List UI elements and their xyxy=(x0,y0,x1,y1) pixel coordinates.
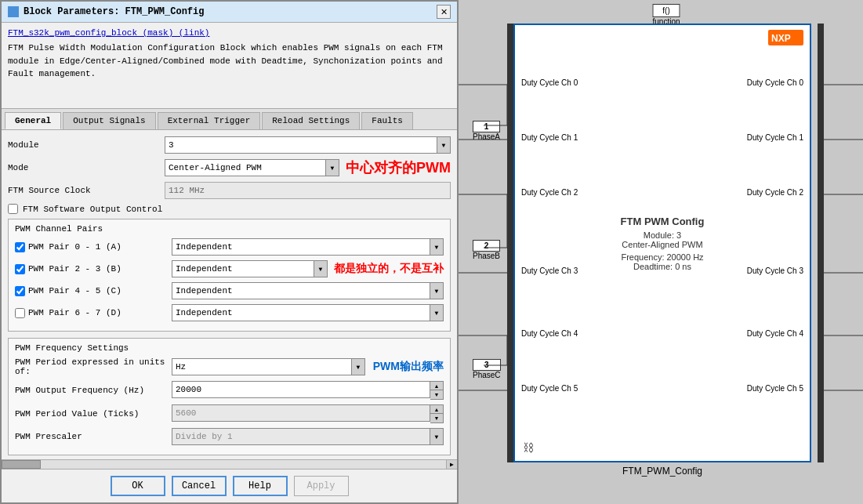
software-output-row: FTM Software Output Control xyxy=(8,204,451,214)
pair45-select-wrapper: Independent ▼ xyxy=(172,282,444,299)
description-text: FTM Pulse Width Modulation Configuration… xyxy=(8,42,451,81)
pair01-select-arrow[interactable]: ▼ xyxy=(430,238,444,256)
pair45-checkbox[interactable] xyxy=(15,286,25,296)
mode-annotation: 中心对齐的PWM xyxy=(346,158,451,177)
pair23-label: PWM Pair 2 - 3 (B) xyxy=(28,264,121,274)
period-units-row: PWM Period expressed in units of: Hz ▼ P… xyxy=(15,357,444,376)
output-freq-label: PWM Output Frequency (Hz) xyxy=(15,386,172,395)
tab-output-signals[interactable]: Output Signals xyxy=(63,112,155,129)
phase-c-block: 3 PhaseC xyxy=(473,359,501,379)
output-freq-down[interactable]: ▼ xyxy=(430,390,443,399)
out-port-2-label: Duty Cycle Ch 2 xyxy=(747,188,803,197)
mode-row: Mode Center-Aligned PWM ▼ 中心对齐的PWM xyxy=(8,158,451,177)
output-freq-input[interactable] xyxy=(172,381,430,398)
block-info-line2: Center-Aligned PWM xyxy=(621,240,705,249)
pair23-checkbox[interactable] xyxy=(15,264,25,274)
pair45-select[interactable]: Independent xyxy=(172,282,444,299)
pair45-label: PWM Pair 4 - 5 (C) xyxy=(28,286,121,296)
pair23-select-wrapper: Independent ▼ xyxy=(172,260,328,277)
pair67-select-wrapper: Independent ▼ xyxy=(172,304,444,321)
link-icon: ⛓ xyxy=(523,442,534,455)
pair23-select[interactable]: Independent xyxy=(172,260,328,277)
mask-link[interactable]: FTM_s32k_pwm_config_block (mask) (link) xyxy=(8,28,209,38)
out-port-3-label: Duty Cycle Ch 3 xyxy=(747,267,803,275)
pair01-label: PWM Pair 0 - 1 (A) xyxy=(28,242,121,252)
source-clock-row: FTM Source Clock xyxy=(8,182,451,199)
prescaler-select[interactable]: Divide by 1 xyxy=(172,428,444,445)
period-units-select-arrow[interactable]: ▼ xyxy=(351,358,365,375)
block-info-line1: Module: 3 xyxy=(621,230,705,240)
tab-general[interactable]: General xyxy=(5,112,61,129)
software-output-checkbox[interactable] xyxy=(8,204,18,214)
pair67-checkbox[interactable] xyxy=(15,308,25,318)
block-center-info: FTM PWM Config Module: 3 Center-Aligned … xyxy=(621,216,705,271)
close-button[interactable]: ✕ xyxy=(437,5,451,19)
apply-button[interactable]: Apply xyxy=(294,476,349,496)
period-ticks-input xyxy=(172,404,430,422)
pair45-select-arrow[interactable]: ▼ xyxy=(430,282,444,299)
pair67-label: PWM Pair 6 - 7 (D) xyxy=(28,308,121,317)
svg-text:NXP: NXP xyxy=(771,33,791,44)
in-port-1-label: Duty Cycle Ch 1 xyxy=(521,133,578,142)
period-units-select[interactable]: Hz xyxy=(172,358,365,375)
out-port-1-label: Duty Cycle Ch 1 xyxy=(747,133,803,142)
module-select-arrow[interactable]: ▼ xyxy=(437,136,451,154)
dialog-footer: OK Cancel Help Apply xyxy=(2,469,457,502)
output-freq-wrapper: ▲ ▼ xyxy=(172,381,444,400)
scroll-right-btn[interactable]: ▶ xyxy=(446,460,457,469)
cancel-button[interactable]: Cancel xyxy=(172,476,227,496)
in-port-5-label: Duty Cycle Ch 5 xyxy=(521,384,578,393)
phase-b-box: 2 xyxy=(473,240,500,252)
pair01-checkbox[interactable] xyxy=(15,242,25,252)
pair23-row: PWM Pair 2 - 3 (B) Independent ▼ 都是独立的，不… xyxy=(15,260,444,277)
out-port-4-label: Duty Cycle Ch 4 xyxy=(747,329,803,338)
phase-b-block: 2 PhaseB xyxy=(473,240,500,260)
pair67-select[interactable]: Independent xyxy=(172,304,444,321)
source-clock-input xyxy=(165,182,451,199)
freq-settings-title: PWM Frequency Settings xyxy=(15,343,444,353)
help-button[interactable]: Help xyxy=(233,476,288,496)
pair01-select[interactable]: Independent xyxy=(172,238,444,256)
module-select[interactable]: 3 xyxy=(165,136,451,154)
dialog-icon xyxy=(8,6,19,17)
params-area: Module 3 ▼ Mode Center-Aligned PWM ▼ 中心对… xyxy=(2,130,457,459)
period-ticks-down[interactable]: ▼ xyxy=(430,414,443,422)
source-clock-label: FTM Source Clock xyxy=(8,186,165,195)
phase-b-label: PhaseB xyxy=(473,252,500,260)
software-output-label: FTM Software Output Control xyxy=(23,205,162,214)
phase-a-box: 1 xyxy=(473,121,500,132)
pair23-select-arrow[interactable]: ▼ xyxy=(314,260,328,277)
prescaler-select-wrapper: Divide by 1 ▼ xyxy=(172,428,444,445)
output-freq-up[interactable]: ▲ xyxy=(430,382,443,390)
dialog-title: Block Parameters: FTM_PWM_Config xyxy=(24,6,204,17)
output-freq-spinner: ▲ ▼ xyxy=(430,381,444,400)
mode-select[interactable]: Center-Aligned PWM xyxy=(165,159,339,176)
pair01-select-wrapper: Independent ▼ xyxy=(172,238,444,256)
period-ticks-row: PWM Period Value (Ticks) ▲ ▼ xyxy=(15,404,444,423)
ftm-pwm-block: NXP FTM PWM Config Module: 3 Center-Alig… xyxy=(513,24,811,462)
pair01-row: PWM Pair 0 - 1 (A) Independent ▼ xyxy=(15,238,444,256)
dialog-titlebar: Block Parameters: FTM_PWM_Config ✕ xyxy=(2,2,457,23)
nxp-logo: NXP xyxy=(768,30,803,49)
mode-select-arrow[interactable]: ▼ xyxy=(325,159,339,176)
period-ticks-up[interactable]: ▲ xyxy=(430,405,443,414)
block-info-line3: Frequency: 20000 Hz xyxy=(621,252,705,262)
in-port-2-label: Duty Cycle Ch 2 xyxy=(521,188,578,197)
prescaler-select-arrow[interactable]: ▼ xyxy=(430,428,444,445)
diagram-canvas: f() function NXP FTM PWM Config Module: … xyxy=(459,0,863,504)
period-ticks-spinner: ▲ ▼ xyxy=(430,404,444,423)
period-ticks-label: PWM Period Value (Ticks) xyxy=(15,409,172,419)
pwm-channel-pairs-title: PWM Channel Pairs xyxy=(15,224,444,234)
out-port-5-label: Duty Cycle Ch 5 xyxy=(747,384,803,393)
tab-reload-settings[interactable]: Reload Settings xyxy=(262,112,360,129)
function-block: f() function xyxy=(652,4,680,26)
tab-faults[interactable]: Faults xyxy=(361,112,413,129)
pair67-select-arrow[interactable]: ▼ xyxy=(430,304,444,321)
tabs-bar: General Output Signals External Trigger … xyxy=(2,109,457,130)
phase-a-label: PhaseA xyxy=(473,132,500,141)
module-select-wrapper: 3 ▼ xyxy=(165,136,451,154)
ok-button[interactable]: OK xyxy=(111,476,165,496)
module-row: Module 3 ▼ xyxy=(8,136,451,154)
horizontal-scrollbar[interactable]: ▶ xyxy=(2,459,457,469)
tab-external-trigger[interactable]: External Trigger xyxy=(158,112,261,129)
